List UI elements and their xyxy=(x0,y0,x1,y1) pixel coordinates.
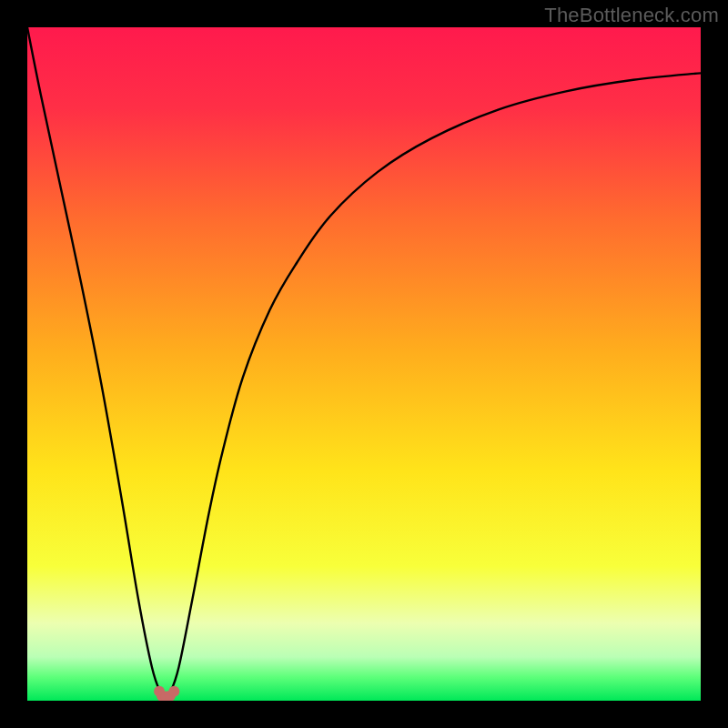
watermark-text: TheBottleneck.com xyxy=(544,4,719,27)
chart-frame: TheBottleneck.com xyxy=(0,0,728,728)
curve-layer xyxy=(27,27,701,701)
bottom-knot xyxy=(154,686,179,701)
plot-area xyxy=(27,27,701,701)
knot-point xyxy=(168,686,179,697)
bottleneck-curve xyxy=(27,27,701,697)
